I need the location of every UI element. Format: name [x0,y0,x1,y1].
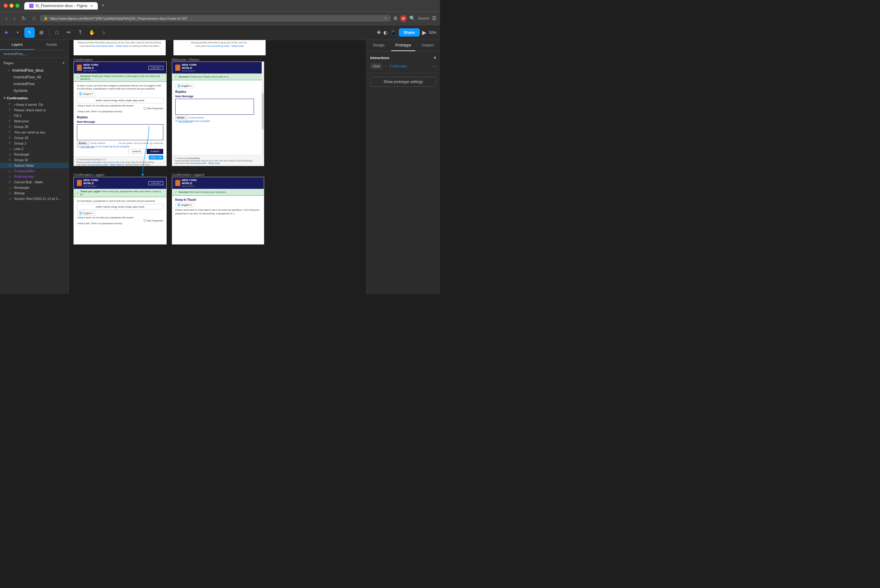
design-tab[interactable]: Design [367,40,391,51]
layer-rectangle-1[interactable]: ▭ Rectangle [0,152,69,157]
zoom-control[interactable]: 50% [429,30,436,35]
frame-conf-again[interactable]: 🦁 NEW YORK WORLD login.gov.pattern LOG O… [73,177,166,244]
dot-red[interactable] [4,4,8,8]
add-page-button[interactable]: + [62,60,65,66]
wr-pub-key-link[interactable]: Our Public key [178,120,193,122]
page-item-1[interactable]: ✓ InvertedFlow_deux [0,67,69,74]
layers-section-header[interactable]: ▾ Confirmation [0,94,69,102]
inspect-tab[interactable]: Inspect [415,40,440,51]
comment-tool-button[interactable]: ○ [98,27,109,38]
wr-lang-selector[interactable]: 🌐 English ▾ [175,84,194,88]
layer-you-can-send[interactable]: T You can send us any [0,129,69,135]
layer-label-8: Group 2 [14,141,27,145]
shape-tool-button[interactable]: □ [52,27,62,38]
layer-welcome[interactable]: T Welcome! [0,118,69,124]
extensions-icon[interactable]: ⚙ [393,15,397,21]
no-file-text: No file selected [90,142,105,144]
add-interaction-button[interactable]: + [433,55,436,61]
figma-logo-icon[interactable]: ✦ [4,29,9,36]
layer-fill2[interactable]: ○ Fill 2 [0,113,69,118]
layer-please-check[interactable]: T Please check back in [0,107,69,113]
assets-tab[interactable]: Assets [34,40,69,50]
text-tool-button[interactable]: T [75,27,85,38]
move-tool-button[interactable]: ↖ [24,27,35,38]
layer-cancel-btn[interactable]: ⠿ Cancel Butt - Static [0,179,69,185]
logout-button[interactable]: LOG OUT [148,66,163,70]
browse-button[interactable]: Browse... [77,141,90,145]
wr-browse-btn[interactable]: Browse... [175,116,188,119]
device-icon[interactable]: 📱 [390,30,396,35]
ca-hide-label[interactable]: Hide Passphrase [144,219,163,222]
bookmark-icon[interactable]: ☆ [384,16,387,20]
prototype-tab[interactable]: Prototype [391,40,416,51]
tab-close-icon[interactable]: × [90,3,93,8]
group-icon-3: ⠿ [9,142,13,145]
layer-line2[interactable]: — Line 2 [0,146,69,152]
layer-group33[interactable]: ⠿ Group 33 [0,135,69,141]
component-icon[interactable]: ❖ [377,30,381,35]
layers-tab[interactable]: Layers [0,40,34,50]
frame-conf-again2[interactable]: 🦁 NEW YORK WORLD login.gov.pattern ✓ Suc… [172,177,264,244]
layer-submit-static[interactable]: ⠿ Submit Static [0,163,69,168]
ca-logout-button[interactable]: LOG OUT [148,181,163,185]
frame-welcome-return[interactable]: 🦁 NEW YORK WORLD login.gov.pattern ✓ Suc… [172,62,264,166]
dot-green[interactable] [15,4,19,8]
scrollbar-thumb[interactable] [262,93,264,129]
canvas-area[interactable]: Sharing sensitive information may put yo… [69,40,366,294]
group-icon-5: ⠿ [9,164,13,167]
frame-tool-button[interactable]: ⊞ [36,27,46,38]
menu-tool-button[interactable]: ▾ [13,27,23,38]
share-button[interactable]: Share [399,28,420,37]
ca2-lang-selector[interactable]: 🌐 English ▾ [175,202,194,207]
public-key-link[interactable]: Our Public key [80,146,94,148]
layer-label-7: Group 33 [14,136,28,140]
pen-tool-button[interactable]: ✏ [63,27,74,38]
layer-rectangle-2[interactable]: — Rectangle [0,185,69,190]
refresh-button[interactable]: ↻ [19,15,28,22]
page-item-2[interactable]: InvertedFlow_Alt [0,74,69,81]
layer-group2[interactable]: ⠿ Group 2 [0,141,69,146]
home-button[interactable]: ⌂ [30,15,37,22]
wr-new-msg: New Message [175,95,261,98]
cancel-button[interactable]: CANCEL [128,149,145,154]
ca-lang-selector[interactable]: 🌐 English ▾ [77,211,95,216]
page-item-4[interactable]: Symbols [0,87,69,94]
wr-replies-title: Replies [175,90,261,93]
page-item-3[interactable]: InvertedFlow [0,81,69,87]
layer-screenshot[interactable]: ▭ Screen Shot 2020-11-13 at 3.... [0,196,69,201]
theme-icon[interactable]: ◐ [384,30,388,35]
show-prototype-settings-button[interactable]: Show prototype settings [370,77,436,87]
delete-interaction-button[interactable]: — [433,64,436,68]
group-icon-6: ⠿ [9,180,13,184]
new-tab-button[interactable]: + [102,3,105,9]
lang-selector[interactable]: 🌐 English ▾ [77,92,95,96]
current-frame-label: Confirmation [7,96,28,100]
layer-group32[interactable]: ⠿ Group 32 [0,157,69,163]
layer-compose-bloc[interactable]: ◇ ComposeBloc [0,168,69,174]
dot-yellow[interactable] [9,4,13,8]
ca-hide-checkbox[interactable] [144,219,146,222]
hide-passphrase-checkbox[interactable] [144,107,146,110]
wr-textarea[interactable] [175,99,254,115]
lang-text: English [83,93,91,95]
layer-pubkey-linky[interactable]: ◇ PubKeyLinky [0,174,69,179]
layer-group28[interactable]: ⠿ Group 28 [0,124,69,129]
submit-button[interactable]: SUBMIT [147,149,163,154]
user-avatar[interactable]: N [400,15,407,22]
search-button[interactable]: 🔍 [409,15,415,21]
message-textarea[interactable] [77,124,163,140]
layer-bitmap[interactable]: ▭ Bitmap [0,190,69,196]
present-button[interactable]: ▶ [422,29,426,36]
browser-tab[interactable]: SI_FlowInversion-deux – Figma × [24,2,98,9]
back-button[interactable]: ‹ [4,15,9,22]
layer-label-15: Cancel Butt - Static [14,180,43,184]
address-bar[interactable]: 🔒 https://www.figma.com/file/rHT1RE7zpNt… [40,15,391,21]
breadcrumb-text[interactable]: InvertedFlow_... [4,52,28,56]
forward-button[interactable]: › [12,15,17,22]
hand-tool-button[interactable]: ✋ [87,27,97,38]
frame-confirmation[interactable]: 🦁 NEW YORK WORLD login.gov.pattern LOG O… [73,62,166,166]
layer-keep-secret[interactable]: T • Keep it secret. Do [0,102,69,107]
sidebar-breadcrumb: InvertedFlow_... › [0,50,69,58]
menu-icon[interactable]: ☰ [432,15,436,21]
hide-passphrase-label[interactable]: Hide Passphrase [144,107,163,110]
